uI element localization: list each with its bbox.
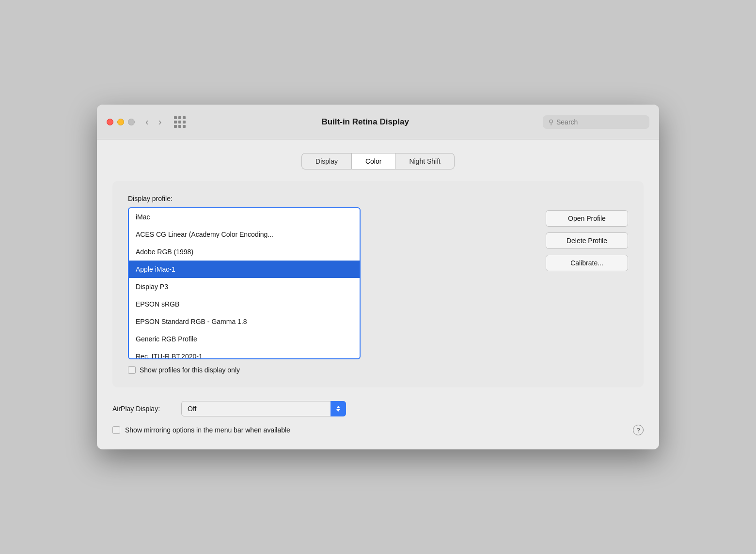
mirroring-row: Show mirroring options in the menu bar w…	[112, 424, 290, 436]
profile-section: Display profile: iMac ACES CG Linear (Ac…	[128, 195, 628, 374]
profile-buttons: Open Profile Delete Profile Calibrate...	[546, 195, 628, 271]
window: ‹ › Built-in Retina Display ⚲ Display Co…	[97, 105, 659, 449]
profile-label: Display profile:	[128, 195, 526, 202]
tabs: Display Color Night Shift	[112, 153, 644, 169]
help-button[interactable]: ?	[633, 425, 644, 435]
bottom-row: Show mirroring options in the menu bar w…	[112, 424, 644, 436]
show-profiles-checkbox[interactable]	[128, 366, 136, 374]
profile-list[interactable]: iMac ACES CG Linear (Academy Color Encod…	[129, 208, 360, 358]
show-profiles-label: Show profiles for this display only	[140, 366, 240, 374]
forward-button[interactable]: ›	[156, 114, 165, 129]
list-item[interactable]: Adobe RGB (1998)	[129, 243, 360, 261]
titlebar: ‹ › Built-in Retina Display ⚲	[97, 105, 659, 139]
show-profiles-row: Show profiles for this display only	[128, 366, 526, 374]
maximize-button[interactable]	[128, 119, 135, 125]
list-item[interactable]: ACES CG Linear (Academy Color Encoding..…	[129, 226, 360, 243]
airplay-select-container: Off Apple TV Other Devices	[181, 401, 346, 416]
profile-left: Display profile: iMac ACES CG Linear (Ac…	[128, 195, 526, 374]
list-item[interactable]: EPSON Standard RGB - Gamma 1.8	[129, 313, 360, 330]
list-item[interactable]: iMac	[129, 208, 360, 226]
list-item[interactable]: Rec. ITU-R BT.2020-1	[129, 348, 360, 358]
search-box[interactable]: ⚲	[543, 115, 649, 129]
window-title: Built-in Retina Display	[195, 117, 535, 127]
grid-icon[interactable]	[174, 116, 186, 128]
delete-profile-button[interactable]: Delete Profile	[546, 232, 628, 249]
airplay-row: AirPlay Display: Off Apple TV Other Devi…	[112, 397, 644, 424]
list-item[interactable]: Display P3	[129, 278, 360, 295]
content: Display Color Night Shift Display profil…	[97, 139, 659, 449]
nav-buttons: ‹ ›	[142, 114, 164, 129]
mirroring-checkbox[interactable]	[112, 426, 120, 434]
traffic-lights	[107, 119, 135, 125]
panel: Display profile: iMac ACES CG Linear (Ac…	[112, 181, 644, 387]
tab-color[interactable]: Color	[351, 153, 395, 169]
airplay-label: AirPlay Display:	[112, 405, 175, 413]
minimize-button[interactable]	[117, 119, 124, 125]
list-item[interactable]: Generic RGB Profile	[129, 330, 360, 348]
mirroring-label: Show mirroring options in the menu bar w…	[125, 426, 290, 434]
open-profile-button[interactable]: Open Profile	[546, 210, 628, 227]
close-button[interactable]	[107, 119, 113, 125]
profile-list-container: iMac ACES CG Linear (Academy Color Encod…	[128, 207, 361, 359]
search-input[interactable]	[556, 118, 644, 126]
list-item[interactable]: EPSON sRGB	[129, 295, 360, 313]
tab-nightshift[interactable]: Night Shift	[395, 153, 455, 169]
airplay-select[interactable]: Off Apple TV Other Devices	[181, 401, 346, 416]
list-item-selected[interactable]: Apple iMac-1	[129, 261, 360, 278]
calibrate-button[interactable]: Calibrate...	[546, 255, 628, 271]
back-button[interactable]: ‹	[142, 114, 152, 129]
tab-display[interactable]: Display	[301, 153, 351, 169]
search-icon: ⚲	[549, 118, 553, 126]
